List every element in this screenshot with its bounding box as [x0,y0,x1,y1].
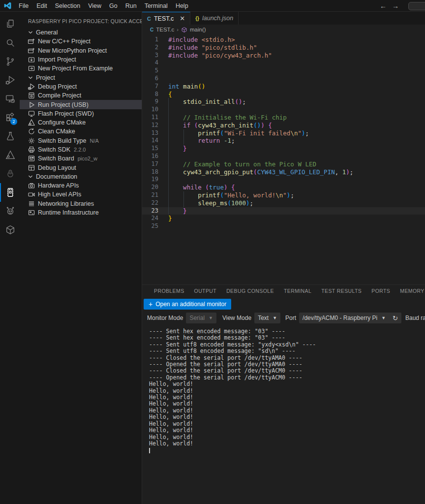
history-forward-icon[interactable]: → [390,0,401,12]
tree-item-debug-layout[interactable]: Debug Layout [20,163,142,172]
tree-item-compile-project[interactable]: Compile Project [20,91,142,100]
breadcrumb-file[interactable]: TEST.c [156,27,174,32]
chevron-down-icon [27,173,34,181]
tab-test-c[interactable]: C TEST.c ✕ [142,12,190,25]
view-mode-select[interactable]: Text ▼ [254,313,280,323]
raspberry-pi-icon[interactable] [0,164,20,183]
code-editor[interactable]: 1#include <stdio.h>2#include "pico/stdli… [142,34,425,284]
tree-item-hardware-apis[interactable]: Hardware APIs [20,181,142,190]
terminal-line: ---- Opened the serial port /dev/ttyAMA0… [149,361,425,368]
high-level-apis-icon [28,190,35,198]
tree-item-new-cpp-project[interactable]: New C/C++ Project [20,37,142,46]
menu-selection[interactable]: Selection [51,0,84,11]
monitor-mode-select[interactable]: Serial ▼ [186,313,216,323]
menu-help[interactable]: Help [172,0,192,11]
menu-file[interactable]: File [15,0,32,11]
tab-problems[interactable]: PROBLEMS [149,285,189,296]
open-additional-monitor-button[interactable]: + Open an additional monitor [144,299,231,310]
chevron-right-icon: › [177,27,179,32]
tree-section-project[interactable]: Project [20,73,142,82]
tree-item-run-project-usb[interactable]: Run Project (USB) [20,100,142,109]
tree-item-switch-sdk[interactable]: Switch SDK 2.2.0 [20,145,142,154]
tab-debug-console[interactable]: DEBUG CONSOLE [221,285,279,296]
cmake-icon[interactable] [0,146,20,164]
terminal-line: Hello, world! [149,414,425,420]
code-line: 11 // Initialise the Wi-Fi chip [142,114,425,122]
extensions-icon[interactable]: 2 [0,108,20,127]
menu-view[interactable]: View [84,0,105,11]
remote-explorer-icon[interactable] [0,90,20,108]
terminal-line: Hello, world! [149,381,425,387]
symbol-namespace-icon [181,27,187,33]
tab-terminal[interactable]: TERMINAL [279,285,316,296]
baud-rate-label: Baud rate [405,315,425,321]
code-line: 2#include "pico/stdlib.h" [142,44,425,52]
code-line: 12 if (cyw43_arch_init()) { [142,122,425,129]
terminal-line: ---- Opened the serial port /dev/ttyACM0… [149,375,425,381]
testing-icon[interactable] [0,127,20,146]
tree-item-import-project[interactable]: Import Project [20,55,142,64]
tab-ports[interactable]: PORTS [366,285,395,296]
c-file-icon: C [150,27,153,32]
indent-guide [183,191,184,207]
history-back-icon[interactable]: ← [378,0,389,12]
terminal-cursor-line [149,447,425,453]
tree-item-new-from-example[interactable]: New Project From Example [20,64,142,73]
robot-icon[interactable] [0,202,20,220]
view-mode-label: View Mode [222,315,251,321]
menu-terminal[interactable]: Terminal [141,0,172,11]
tree-item-clean-cmake[interactable]: Clean CMake [20,127,142,136]
port-select[interactable]: /dev/ttyACM0 - Raspberry Pi ▼ ↻ [299,313,401,323]
build-type-icon [28,137,35,145]
networking-libraries-icon [28,200,35,208]
terminal-line: Hello, world! [149,441,425,447]
breadcrumb[interactable]: C TEST.c › main() [142,25,425,34]
terminal-line: Hello, world! [149,401,425,407]
bottom-panel: PROBLEMS OUTPUT DEBUG CONSOLE TERMINAL T… [142,284,425,504]
package-icon[interactable] [0,220,20,239]
tab-memory[interactable]: MEMORY [395,285,425,296]
tree-item-runtime-infrastructure[interactable]: Runtime Infrastructure [20,208,142,217]
indent-guide [183,129,184,145]
menu-edit[interactable]: Edit [32,0,51,11]
menu-bar: File Edit Selection View Go Run Terminal… [15,0,192,11]
serial-monitor-actions: + Open an additional monitor [142,297,425,312]
tree-section-documentation[interactable]: Documentation [20,172,142,181]
tree-item-switch-build-type[interactable]: Switch Build Type N/A [20,136,142,145]
tree-item-debug-project[interactable]: Debug Project [20,82,142,91]
refresh-ports-icon[interactable]: ↻ [393,315,398,322]
sdk-version-value: 2.2.0 [74,147,86,153]
code-line: 10 [142,106,425,114]
breadcrumb-symbol[interactable]: main() [190,27,206,32]
tree-item-new-micropython-project[interactable]: New MicroPython Project [20,46,142,55]
explorer-icon[interactable] [0,15,20,33]
plus-icon: + [149,301,152,308]
serial-monitor-terminal[interactable]: ---- Sent hex encoded message: "03" ----… [142,324,425,504]
menu-run[interactable]: Run [121,0,141,11]
code-line: 1#include <stdio.h> [142,36,425,44]
run-debug-icon[interactable] [0,71,20,90]
command-center-search[interactable] [408,2,425,10]
tab-launch-json[interactable]: {} launch.json [190,12,239,25]
tree-item-high-level-apis[interactable]: High Level APIs [20,190,142,199]
tree-item-networking-libraries[interactable]: Networking Libraries [20,199,142,208]
tree-item-configure-cmake[interactable]: Configure CMake [20,118,142,127]
close-icon[interactable]: ✕ [180,15,185,22]
pico-project-icon[interactable] [0,183,20,202]
terminal-line: Hello, world! [149,427,425,434]
code-line: 7int main() [142,83,425,91]
tab-test-results[interactable]: TEST RESULTS [316,285,366,296]
menu-go[interactable]: Go [105,0,121,11]
search-icon[interactable] [0,33,20,52]
tab-output[interactable]: OUTPUT [189,285,222,296]
run-project-icon [28,101,35,109]
code-line: 13 printf("Wi-Fi init failed\n"); [142,129,425,137]
source-control-icon[interactable] [0,52,20,71]
tree-item-flash-project-swd[interactable]: Flash Project (SWD) [20,109,142,118]
monitor-mode-label: Monitor Mode [147,315,183,321]
tree-section-general[interactable]: General [20,28,142,37]
new-cpp-project-icon [28,37,35,45]
port-label: Port [285,315,296,321]
debug-layout-icon [28,164,35,172]
tree-item-switch-board[interactable]: Switch Board pico2_w [20,154,142,163]
